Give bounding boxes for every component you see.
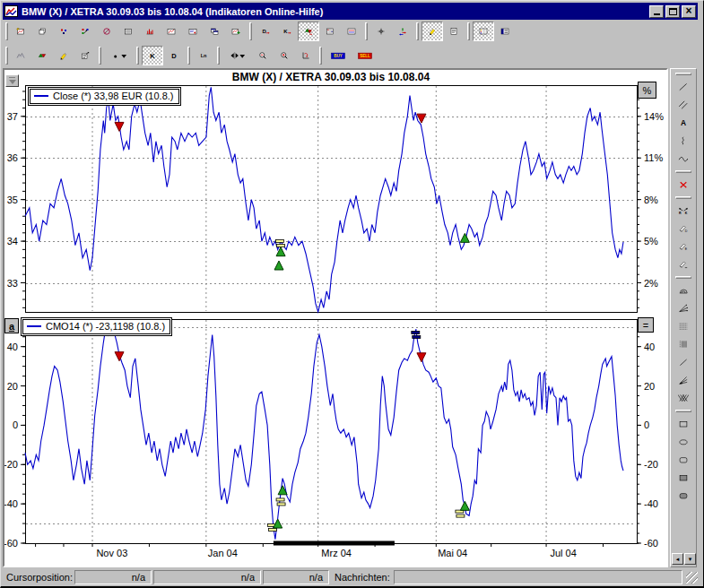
gann-fan-tool[interactable] xyxy=(672,299,695,317)
scroll-left-button[interactable]: ◂ xyxy=(672,553,683,565)
resize-grip[interactable] xyxy=(686,572,698,584)
template-window-button[interactable] xyxy=(494,22,516,41)
filled-rounded-rect-tool[interactable] xyxy=(672,487,695,505)
chart-add-button[interactable] xyxy=(225,22,247,41)
no-draw-button[interactable] xyxy=(96,22,117,41)
svg-text:-40: -40 xyxy=(4,498,18,509)
draw-pencil-button[interactable] xyxy=(422,22,443,41)
extend-tool[interactable]: RK xyxy=(672,202,695,220)
indicator-list-button[interactable] xyxy=(473,22,494,41)
toolbar-row-1: DK xyxy=(3,20,698,43)
window-cascade-button[interactable] xyxy=(204,22,225,41)
close-button[interactable]: × xyxy=(682,5,696,18)
buy-signal-icon: BUY xyxy=(331,48,345,64)
sidebar-grip xyxy=(675,73,691,75)
minimize-button[interactable] xyxy=(649,5,664,18)
diagonal-line-tool[interactable] xyxy=(672,353,695,371)
bar-width-dropdown[interactable] xyxy=(222,46,252,65)
panel-collapse-button[interactable] xyxy=(5,74,19,87)
zoom-in-button[interactable] xyxy=(274,46,295,65)
percent-axis-button[interactable]: % xyxy=(638,82,656,99)
cmo-legend[interactable]: CMO14 (*) -23,1198 (10.8.) xyxy=(21,317,172,336)
quote-table-button[interactable] xyxy=(117,22,139,41)
filled-rect-tool[interactable] xyxy=(672,469,695,487)
new-chart-button[interactable] xyxy=(10,22,31,41)
draw-mode-3-tool[interactable] xyxy=(672,255,695,273)
buy-signal-button[interactable]: BUY xyxy=(325,46,352,65)
svg-text:Mrz 04: Mrz 04 xyxy=(321,548,352,558)
no-draw-icon xyxy=(102,23,111,39)
title-bar[interactable]: BMW (X) / XETRA 30.09.03 bis 10.08.04 (I… xyxy=(3,3,698,20)
daily-convert-button[interactable]: D xyxy=(255,22,276,41)
draw-mode-2-tool[interactable]: E xyxy=(672,238,695,255)
rounded-rect-tool[interactable] xyxy=(672,451,695,469)
axis-shift-icon xyxy=(301,48,310,64)
axis-shift-button[interactable] xyxy=(295,46,317,65)
rounded-rect-icon xyxy=(678,452,689,468)
scroll-more-button[interactable]: ▾ xyxy=(684,553,696,565)
cursor-position-label: Cursorposition: xyxy=(3,572,74,583)
point-size-dropdown[interactable] xyxy=(104,46,134,65)
shift-arrows-button[interactable] xyxy=(392,22,413,41)
ellipse-tool[interactable] xyxy=(672,433,695,451)
zoom-out-button[interactable] xyxy=(252,46,274,65)
signal-grid-button[interactable] xyxy=(319,22,341,41)
volume-bars-button[interactable] xyxy=(139,22,161,41)
rectangle-icon xyxy=(678,416,689,432)
parallel-lines-tool[interactable] xyxy=(672,96,695,114)
protocol-button[interactable] xyxy=(443,22,465,41)
chart-note-button[interactable] xyxy=(182,22,204,41)
sidebar-grip xyxy=(675,410,691,412)
price-legend[interactable]: Close (*) 33,98 EUR (10.8.) xyxy=(28,87,181,106)
updown-triangles-button[interactable] xyxy=(31,46,53,65)
chart-area: 373635343314%11%8%5%2%40200-20-40-604020… xyxy=(3,68,668,567)
svg-text:D: D xyxy=(685,229,688,233)
svg-text:2%: 2% xyxy=(644,278,658,289)
daily-button[interactable]: D xyxy=(163,46,185,65)
hatch-grid-tool[interactable] xyxy=(672,389,695,407)
point-study-button[interactable] xyxy=(53,22,74,41)
speed-fan-tool[interactable] xyxy=(672,371,695,389)
svg-text:-60: -60 xyxy=(644,538,658,549)
svg-text:Ln: Ln xyxy=(201,53,207,58)
retracement-lines-tool[interactable] xyxy=(672,317,695,335)
panel2-a-button[interactable]: a xyxy=(4,318,19,333)
indicator-lines-button[interactable] xyxy=(341,22,362,41)
properties-button[interactable] xyxy=(74,46,96,65)
line-chart-button[interactable] xyxy=(161,22,182,41)
candlestick-button[interactable]: K xyxy=(142,46,163,65)
signal-grid-icon xyxy=(326,23,335,39)
draw-mode-1-tool[interactable]: D xyxy=(672,220,695,238)
signal-triangles-icon xyxy=(304,23,313,39)
point-link-button[interactable] xyxy=(74,22,96,41)
trendline-tool[interactable] xyxy=(672,78,695,96)
text-tool[interactable]: A xyxy=(672,114,695,132)
mountain-chart-button[interactable] xyxy=(10,46,31,65)
wave-tool[interactable] xyxy=(672,150,695,168)
svg-text:11%: 11% xyxy=(644,152,663,163)
fibonacci-arcs-tool[interactable] xyxy=(672,281,695,299)
zoom-in-icon xyxy=(280,48,289,64)
collapse-bar-icon xyxy=(9,77,15,78)
toolbar-separator xyxy=(319,47,322,65)
rectangle-tool[interactable] xyxy=(672,415,695,433)
crosshair-button[interactable] xyxy=(370,22,392,41)
vertical-lines-tool[interactable] xyxy=(672,335,695,353)
svg-text:SELL: SELL xyxy=(360,54,370,58)
svg-text:D: D xyxy=(263,29,267,34)
svg-text:-60: -60 xyxy=(4,538,18,549)
copy-chart-button[interactable] xyxy=(31,22,53,41)
candle-convert-button[interactable]: K xyxy=(276,22,298,41)
sell-signal-button[interactable]: SELL xyxy=(352,46,378,65)
marker-pen-button[interactable] xyxy=(53,46,74,65)
delete-drawing-tool[interactable] xyxy=(672,176,695,194)
drawing-toolbar: ARKDE ◂ ▾ xyxy=(670,68,697,567)
svg-text:Mai 04: Mai 04 xyxy=(438,548,467,558)
log-scale-button[interactable]: Ln xyxy=(193,46,214,65)
maximize-button[interactable] xyxy=(665,5,680,18)
panel2-equals-button[interactable]: = xyxy=(638,317,654,333)
draw-pencil-icon xyxy=(428,23,437,39)
chart-add-icon xyxy=(231,23,240,39)
freehand-tool[interactable] xyxy=(672,132,695,150)
signal-triangles-button[interactable] xyxy=(298,22,319,41)
